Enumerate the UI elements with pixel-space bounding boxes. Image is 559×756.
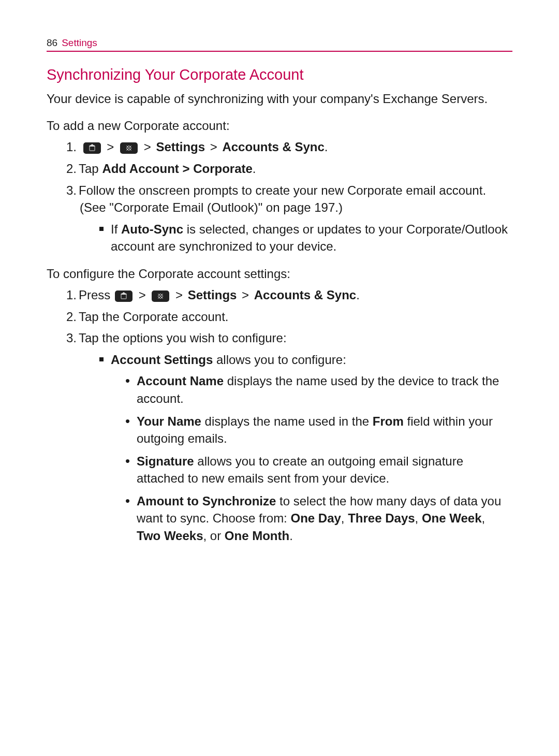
step-text: Tap the options you wish to configure:	[79, 331, 287, 345]
signature-item: Signature allows you to create an outgoi…	[125, 453, 512, 487]
comma: , or	[203, 529, 224, 543]
comma: ,	[341, 511, 348, 525]
step-number: 1.	[65, 286, 77, 304]
account-settings-item: Account Settings allows you to configure…	[99, 351, 512, 545]
configure-heading: To configure the Corporate account setti…	[47, 267, 512, 281]
step-number: 3.	[65, 182, 77, 199]
step-number: 2.	[65, 160, 77, 178]
comma: ,	[482, 511, 486, 525]
step-number: 3.	[65, 329, 77, 347]
step-number: 2.	[65, 308, 77, 326]
one-month-label: One Month	[225, 529, 289, 543]
home-key-icon	[115, 290, 133, 302]
accounts-sync-label: Accounts & Sync	[254, 288, 356, 302]
auto-sync-label: Auto-Sync	[121, 222, 183, 236]
period: .	[356, 288, 360, 302]
step-3-sublist: If Auto-Sync is selected, changes or upd…	[99, 221, 512, 255]
add-account-steps: 1. > > Settings > Accounts & Sync. 2.Tap…	[62, 138, 512, 255]
breadcrumb-separator: >	[144, 140, 151, 154]
configure-steps: 1.Press > > Settings > Accounts & Sync. …	[62, 286, 512, 545]
two-weeks-label: Two Weeks	[137, 529, 203, 543]
breadcrumb-separator: >	[242, 288, 249, 302]
corporate-label: Corporate	[193, 162, 253, 176]
breadcrumb-separator: >	[139, 288, 146, 302]
settings-label: Settings	[188, 288, 237, 302]
settings-label: Settings	[156, 140, 205, 154]
page-title: Synchronizing Your Corporate Account	[47, 66, 512, 83]
config-step-3: 3.Tap the options you wish to configure:…	[77, 329, 512, 545]
comma: ,	[415, 511, 422, 525]
breadcrumb-separator: >	[179, 162, 193, 176]
accounts-sync-label: Accounts & Sync	[222, 140, 324, 154]
from-label: From	[373, 414, 404, 428]
account-name-item: Account Name displays the name used by t…	[125, 372, 512, 407]
home-key-icon	[83, 142, 101, 154]
period: .	[289, 529, 293, 543]
amount-sync-label: Amount to Synchronize	[137, 494, 276, 508]
step-text: Tap the Corporate account.	[79, 310, 229, 324]
sub-pre: If	[111, 222, 121, 236]
signature-label: Signature	[137, 454, 194, 468]
page-number: 86	[47, 37, 57, 49]
breadcrumb-separator: >	[175, 288, 183, 302]
breadcrumb-separator: >	[107, 140, 114, 154]
one-day-label: One Day	[290, 511, 341, 525]
account-settings-label: Account Settings	[111, 353, 213, 367]
step-3: 3.Follow the onscreen prompts to create …	[77, 182, 512, 255]
account-name-label: Account Name	[137, 374, 224, 388]
your-name-item: Your Name displays the name used in the …	[125, 413, 512, 447]
config-step-2: 2.Tap the Corporate account.	[77, 308, 512, 326]
add-account-label: Add Account	[102, 162, 179, 176]
amount-sync-item: Amount to Synchronize to select the how …	[125, 492, 512, 545]
one-week-label: One Week	[422, 511, 482, 525]
breadcrumb-separator: >	[210, 140, 217, 154]
auto-sync-note: If Auto-Sync is selected, changes or upd…	[99, 221, 512, 255]
three-days-label: Three Days	[348, 511, 415, 525]
intro-text: Your device is capable of synchronizing …	[47, 91, 512, 107]
your-name-mid1: displays the name used in the	[201, 414, 373, 428]
period: .	[253, 162, 256, 176]
step-2: 2.Tap Add Account > Corporate.	[77, 160, 512, 178]
step-number: 1.	[65, 138, 77, 156]
step-pre: Press	[79, 288, 114, 302]
apps-key-icon	[152, 290, 169, 302]
step-text: Follow the onscreen prompts to create yo…	[79, 183, 486, 215]
config-sublist: Account Settings allows you to configure…	[99, 351, 512, 545]
apps-key-icon	[120, 142, 138, 154]
page-header: 86 Settings	[47, 37, 512, 52]
account-settings-bullets: Account Name displays the name used by t…	[125, 372, 512, 544]
account-settings-post: allows you to configure:	[213, 353, 346, 367]
header-section: Settings	[62, 37, 97, 49]
step-1: 1. > > Settings > Accounts & Sync.	[77, 138, 512, 156]
period: .	[325, 140, 328, 154]
config-step-1: 1.Press > > Settings > Accounts & Sync.	[77, 286, 512, 304]
your-name-label: Your Name	[137, 414, 201, 428]
step-pre: Tap	[79, 162, 102, 176]
add-account-heading: To add a new Corporate account:	[47, 119, 512, 133]
